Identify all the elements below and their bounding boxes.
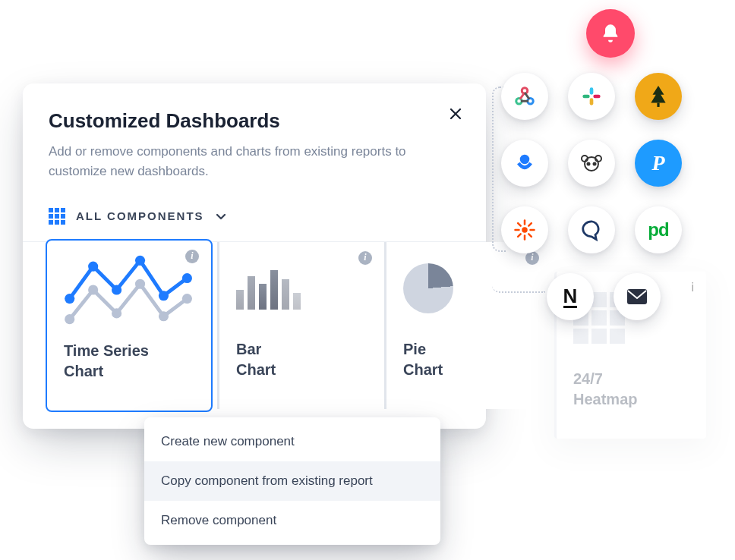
notification-bell[interactable] [586,9,635,58]
integration-treefort[interactable] [635,73,682,120]
integration-zapier[interactable] [501,206,548,253]
svg-point-0 [65,294,74,304]
context-menu: Create new component Copy component from… [144,417,440,545]
card-label: Pie Chart [403,339,536,380]
close-button[interactable] [445,103,466,124]
card-pie-chart[interactable]: i Pie Chart [384,242,551,409]
p-icon: P [651,151,664,175]
svg-rect-18 [593,95,600,99]
slack-icon [581,86,602,107]
chevron-down-icon [215,210,227,222]
webhook-icon [513,85,536,108]
integration-pagerduty[interactable]: pd [635,206,682,253]
menu-create-component[interactable]: Create new component [144,422,440,461]
svg-rect-33 [516,222,522,227]
integration-pushover[interactable]: P [635,140,682,187]
menu-copy-component[interactable]: Copy component from existing report [144,461,440,501]
svg-rect-29 [514,229,520,231]
email-icon [626,288,648,305]
zapier-icon [513,219,536,241]
integration-email[interactable] [614,273,661,320]
integration-notion[interactable]: N [547,273,594,320]
svg-rect-35 [627,289,647,304]
integration-slack[interactable] [568,73,615,120]
info-icon[interactable]: i [691,281,694,294]
svg-point-11 [182,294,192,304]
integrations-grid: P pd [501,73,691,263]
dashboard-config-panel: Customized Dashboards Add or remove comp… [23,83,486,429]
card-bar-chart[interactable]: i Bar Chart [217,242,384,409]
n-icon: N [563,286,578,308]
component-filter[interactable]: ALL COMPONENTS [23,182,486,242]
card-time-series[interactable]: i Time Series Chart [46,239,213,412]
timeseries-icon [64,263,196,316]
svg-rect-32 [516,233,522,238]
connector-line [492,270,545,293]
svg-rect-27 [524,219,526,225]
pd-icon: pd [648,219,668,241]
svg-point-20 [520,155,530,165]
svg-rect-15 [590,87,594,94]
svg-rect-30 [529,229,535,231]
svg-point-25 [593,162,597,166]
integration-opsgenie[interactable] [501,140,548,187]
close-icon [450,108,462,120]
chat-icon [580,219,603,241]
integrations-row-extra: N [547,273,661,320]
bear-icon [579,153,604,173]
svg-point-2 [112,285,121,294]
bell-icon [600,23,621,44]
svg-point-9 [135,278,145,288]
card-label: Bar Chart [236,339,369,380]
svg-point-6 [65,314,74,324]
integration-webhook[interactable] [501,73,548,120]
barchart-icon [236,262,369,315]
svg-rect-34 [528,233,533,238]
svg-point-26 [522,227,528,233]
svg-rect-31 [528,222,533,227]
svg-point-5 [182,273,192,283]
svg-point-8 [112,308,121,318]
card-label: 24/7 Heatmap [573,369,691,410]
svg-point-24 [587,162,591,166]
svg-point-1 [88,261,98,271]
integration-chat[interactable] [568,206,615,253]
svg-rect-16 [582,95,589,99]
grid-icon [49,208,65,225]
integration-bear[interactable] [568,140,615,187]
svg-point-3 [135,255,145,265]
panel-title: Customized Dashboards [49,109,460,133]
svg-rect-28 [524,234,526,241]
component-cards: i Time Series Chart i [23,242,486,409]
svg-point-4 [159,291,169,300]
info-icon[interactable]: i [358,251,372,265]
card-label: Time Series Chart [64,341,196,382]
svg-rect-19 [657,103,659,107]
info-icon[interactable]: i [185,250,199,263]
menu-remove-component[interactable]: Remove component [144,501,440,540]
svg-point-7 [88,285,98,294]
tree-icon [648,85,668,108]
panel-description: Add or remove components and charts from… [49,142,443,182]
svg-rect-17 [590,98,594,105]
filter-label: ALL COMPONENTS [76,209,204,222]
svg-point-10 [159,311,169,321]
opsgenie-icon [513,152,536,175]
